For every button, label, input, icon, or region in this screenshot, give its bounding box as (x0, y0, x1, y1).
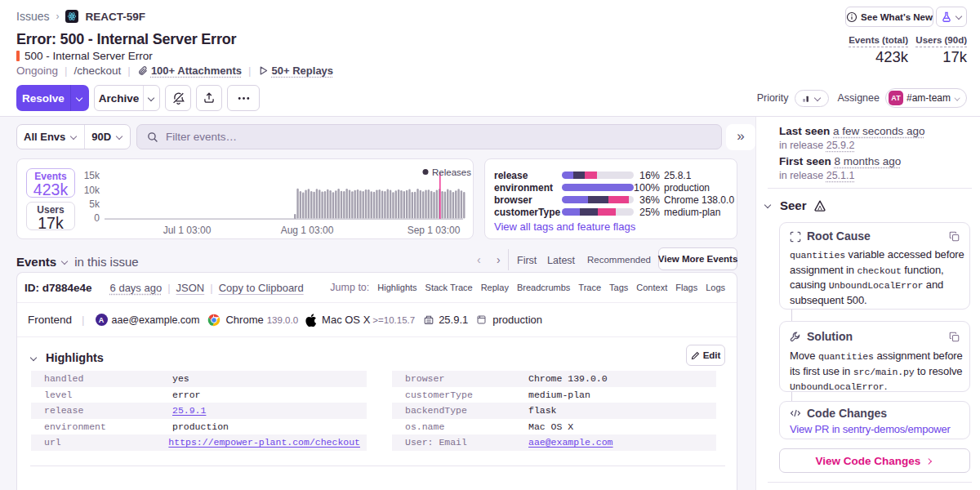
svg-text:5k: 5k (89, 198, 100, 210)
svg-text:Releases: Releases (432, 167, 471, 177)
svg-text:Jul 1 03:00: Jul 1 03:00 (163, 225, 212, 236)
svg-text:0: 0 (94, 212, 100, 224)
svg-text:10k: 10k (84, 185, 100, 196)
svg-text:15k: 15k (84, 170, 100, 181)
svg-text:Sep 1 03:00: Sep 1 03:00 (408, 225, 461, 236)
svg-text:Aug 1 03:00: Aug 1 03:00 (281, 225, 334, 236)
